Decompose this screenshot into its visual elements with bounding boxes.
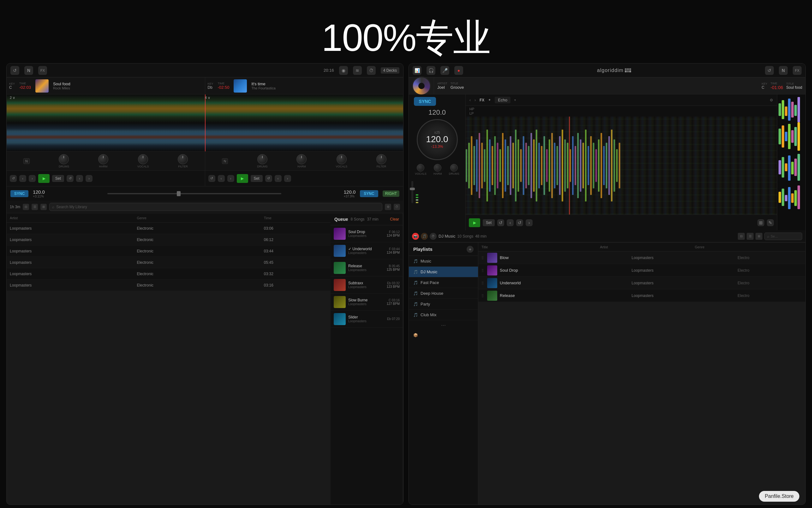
clock-tab[interactable]: ⏱: [430, 233, 437, 240]
right-set-btn[interactable]: Set: [483, 219, 495, 226]
decks-selector[interactable]: 4 Decks: [381, 67, 399, 74]
N-icon[interactable]: N: [24, 66, 33, 75]
deck2-N-btn[interactable]: N: [222, 158, 228, 164]
play-btn-1[interactable]: ▶: [38, 174, 50, 183]
prev-btn-1[interactable]: ‹: [76, 175, 83, 182]
r-loop-btn[interactable]: ↺: [497, 219, 504, 226]
table-row[interactable]: Loopmasters Electronic 03:32: [7, 268, 331, 280]
deck1-vocals-knob[interactable]: VOCALS: [137, 154, 149, 168]
store-badge[interactable]: Panfile.Store: [759, 491, 799, 502]
r-mic-icon[interactable]: 🎤: [440, 66, 449, 75]
grid-view-icon[interactable]: ⊞: [40, 204, 47, 210]
sidebar-item-deephouse[interactable]: 🎵 Deep House: [409, 288, 478, 299]
set-btn-2[interactable]: Set: [251, 175, 263, 182]
deck2-drums-knob[interactable]: DRUMS: [257, 154, 268, 168]
deck1-drums-knob[interactable]: DRUMS: [59, 154, 69, 168]
r-rec-icon[interactable]: ●: [454, 66, 463, 75]
list-item[interactable]: Subtraxx Loopmasters Eb 03:32 123 BPM: [331, 277, 403, 294]
filter-icon[interactable]: ⊟: [23, 204, 29, 210]
fwd-btn-2[interactable]: ›: [227, 175, 234, 182]
list-item[interactable]: Slow Burne Loopmasters C 03:16 127 BPM: [331, 294, 403, 310]
back-btn-2[interactable]: ‹: [218, 175, 225, 182]
list-item[interactable]: ⣿ Soul Drop Loopmasters Electro: [478, 264, 805, 277]
deck2-vocals-knob[interactable]: VOCALS: [336, 154, 347, 168]
fx-dropdown-icon[interactable]: ▾: [514, 98, 516, 102]
harm-knob-r[interactable]: HARM: [433, 164, 442, 175]
r-back-btn[interactable]: ‹: [507, 219, 514, 226]
list-view-icon[interactable]: ☰: [32, 204, 38, 210]
right-search-box[interactable]: ⌕ Se...: [764, 232, 802, 240]
right-list-btn[interactable]: ☰: [747, 233, 754, 240]
list-item[interactable]: ⣿ Underworld Loopmasters Electro: [478, 277, 805, 289]
list-item[interactable]: Soul Drop Loopmasters F 06:12 124 BPM: [331, 225, 403, 242]
prev-btn-2[interactable]: ‹: [275, 175, 282, 182]
right-sync-btn[interactable]: SYNC: [414, 97, 436, 106]
crossfader-area[interactable]: [49, 193, 339, 194]
sync-icon-2[interactable]: ↺: [265, 175, 272, 182]
add-playlist-btn[interactable]: +: [467, 246, 474, 253]
sidebar-item-djmusic[interactable]: 🎵 DJ Music: [409, 267, 478, 278]
list-item[interactable]: ⣿ Release Loopmasters Electro: [478, 289, 805, 302]
right-filter-btn[interactable]: ⊟: [738, 233, 745, 240]
list-item[interactable]: ⣿ Blow Loopmasters Electro: [478, 251, 805, 264]
search-box[interactable]: ⌕ Search My Library: [49, 203, 382, 211]
r-fx-icon[interactable]: FX: [793, 66, 802, 75]
sidebar-item-clubmix[interactable]: 🎵 Club Mix: [409, 309, 478, 320]
bpm-circle[interactable]: ±25 120.0 -13.3%: [417, 119, 458, 160]
fx-effect-name[interactable]: Echo: [495, 97, 511, 103]
more-playlists-btn[interactable]: ···: [409, 320, 478, 330]
r-fwd-btn[interactable]: ›: [526, 219, 533, 226]
sync-btn-left[interactable]: SYNC: [10, 190, 29, 197]
table-row[interactable]: Loopmasters Electronic 03:16: [7, 280, 331, 291]
deck1-harm-knob[interactable]: HARM: [98, 154, 108, 168]
sidebar-item-fastpace[interactable]: 🎵 Fast Pace: [409, 278, 478, 288]
list-item[interactable]: Slider Loopmasters Eb 07:20: [331, 310, 403, 328]
sidebar-item-music[interactable]: 🎵 Music: [409, 256, 478, 267]
deck1-N-btn[interactable]: N: [23, 158, 30, 164]
right-arrow-fx[interactable]: ›: [475, 98, 476, 102]
clock-lib-icon[interactable]: ⏱: [394, 204, 400, 210]
sidebar-item-party[interactable]: 🎵 Party: [409, 299, 478, 309]
music-tab[interactable]: 🎵: [421, 233, 428, 240]
archive-btn[interactable]: 📦: [409, 330, 478, 341]
list-item[interactable]: ✓ Underworld Loopmasters F 03:44 124 BPM: [331, 242, 403, 259]
fx-icon[interactable]: FX: [38, 66, 47, 75]
clear-queue-btn[interactable]: Clear: [390, 217, 399, 221]
table-row[interactable]: Loopmasters Electronic 03:06: [7, 223, 331, 234]
r-N-icon[interactable]: N: [779, 66, 788, 75]
back-btn-1[interactable]: ‹: [19, 175, 26, 182]
fx-settings-icon[interactable]: ⚙: [770, 98, 773, 102]
table-row[interactable]: Loopmasters Electronic 06:12: [7, 234, 331, 246]
vocals-knob-r[interactable]: VOCALS: [415, 164, 427, 175]
r-headphone-icon[interactable]: 🎧: [427, 66, 435, 75]
list-item[interactable]: Release Loopmasters B 05:45 125 BPM: [331, 259, 403, 277]
r-loop-btn2[interactable]: ↺: [516, 219, 523, 226]
r-grid-btn[interactable]: ⊞: [757, 219, 764, 226]
camera-tab[interactable]: 📷: [412, 233, 419, 240]
deck1-filter-knob[interactable]: FILTER: [178, 154, 188, 168]
play-btn-2[interactable]: ▶: [237, 174, 248, 183]
r-chart-icon[interactable]: 📊: [413, 66, 422, 75]
drums-knob-r[interactable]: DRUMS: [449, 164, 459, 175]
sync-icon-1[interactable]: ↺: [66, 175, 74, 182]
sync-btn-right[interactable]: SYNC: [360, 190, 378, 197]
table-row[interactable]: Loopmasters Electronic 05:45: [7, 257, 331, 268]
r-loop-icon[interactable]: ↺: [765, 66, 774, 75]
left-arrow-fx[interactable]: ‹: [470, 98, 471, 102]
fader-1[interactable]: [411, 181, 413, 203]
right-label[interactable]: RIGHT: [383, 190, 399, 197]
right-grid-btn[interactable]: ⊞: [756, 233, 762, 240]
next-btn-2[interactable]: ›: [284, 175, 291, 182]
set-btn-1[interactable]: Set: [52, 175, 64, 182]
next-btn-1[interactable]: ›: [86, 175, 93, 182]
table-row[interactable]: Loopmasters Electronic 03:44: [7, 246, 331, 257]
deck2-harm-knob[interactable]: HARM: [296, 154, 306, 168]
loop-btn-1[interactable]: ↺: [10, 175, 17, 182]
deck2-filter-knob[interactable]: FILTER: [376, 154, 386, 168]
fwd-btn-1[interactable]: ›: [29, 175, 36, 182]
settings-icon[interactable]: ⚙: [385, 204, 391, 210]
r-edit-btn[interactable]: ✎: [767, 219, 774, 226]
right-play-btn[interactable]: ▶: [469, 218, 480, 227]
loop-icon[interactable]: ↺: [10, 66, 19, 75]
loop-btn-2[interactable]: ↺: [208, 175, 215, 182]
